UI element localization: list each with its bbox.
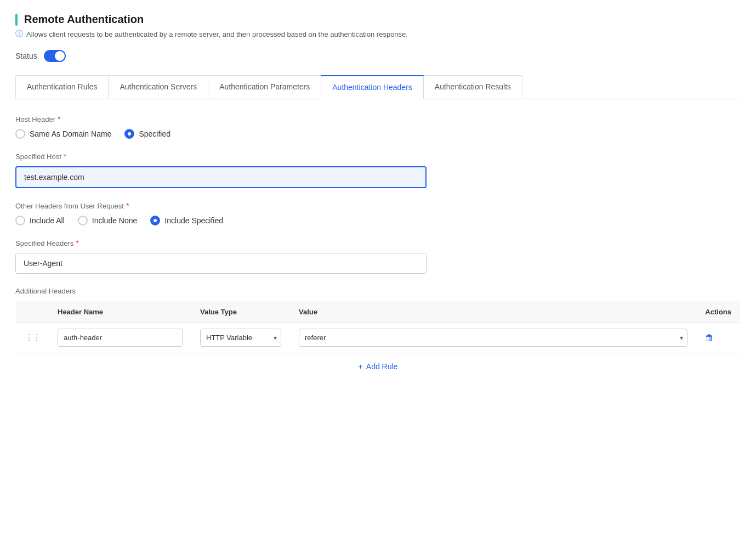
specified-host-label: Specified Host *: [15, 152, 741, 161]
actions-cell: 🗑: [696, 323, 740, 353]
drag-cell: ⋮⋮: [16, 323, 49, 353]
radio-label-include-none: Include None: [92, 216, 138, 225]
radio-circle-include-specified: [150, 216, 160, 225]
other-headers-required: *: [126, 201, 129, 210]
value-cell: referer user-agent host ▾: [290, 323, 696, 353]
specified-headers-required: *: [76, 239, 78, 247]
tab-auth-servers[interactable]: Authentication Servers: [108, 75, 208, 99]
radio-circle-include-none: [78, 216, 88, 225]
status-row: Status: [15, 50, 741, 62]
host-header-label: Host Header *: [15, 115, 741, 123]
status-label: Status: [15, 52, 37, 60]
value-select-wrapper: referer user-agent host ▾: [299, 329, 687, 347]
host-header-radio-group: Same As Domain Name Specified: [15, 129, 741, 139]
radio-label-include-specified: Include Specified: [164, 216, 223, 225]
host-header-required: *: [58, 115, 60, 123]
radio-specified[interactable]: Specified: [124, 129, 170, 139]
delete-row-button[interactable]: 🗑: [705, 333, 714, 343]
radio-label-same-as-domain: Same As Domain Name: [30, 129, 111, 138]
radio-include-all[interactable]: Include All: [15, 216, 65, 225]
radio-same-as-domain[interactable]: Same As Domain Name: [15, 129, 111, 139]
additional-headers-table: Header Name Value Type Value Actions ⋮⋮: [15, 301, 741, 353]
radio-include-specified[interactable]: Include Specified: [150, 216, 223, 225]
specified-headers-input[interactable]: [15, 253, 427, 274]
page-container: Remote Authentication ⓘ Allows client re…: [15, 13, 741, 380]
drag-handle-icon[interactable]: ⋮⋮: [25, 333, 40, 342]
col-header-name-header: Header Name: [49, 301, 191, 323]
radio-circle-same-as-domain: [15, 129, 25, 139]
tabs-container: Authentication Rules Authentication Serv…: [15, 75, 741, 99]
col-value-header: Value: [290, 301, 696, 323]
value-type-select[interactable]: HTTP Variable Static: [200, 329, 281, 347]
radio-circle-include-all: [15, 216, 25, 225]
col-value-type-header: Value Type: [191, 301, 290, 323]
tab-auth-headers[interactable]: Authentication Headers: [321, 75, 424, 99]
header-name-input[interactable]: [58, 329, 183, 347]
info-icon: ⓘ: [15, 29, 23, 39]
plus-icon: +: [359, 362, 363, 371]
title-accent-bar: [15, 14, 18, 26]
title-area: Remote Authentication ⓘ Allows client re…: [15, 13, 741, 39]
other-headers-label: Other Headers from User Request *: [15, 201, 741, 210]
other-headers-radio-group: Include All Include None Include Specifi…: [15, 216, 741, 225]
header-name-cell: [49, 323, 191, 353]
table-header-row: Header Name Value Type Value Actions: [16, 301, 741, 323]
add-rule-button[interactable]: + Add Rule: [354, 360, 402, 373]
radio-include-none[interactable]: Include None: [78, 216, 138, 225]
radio-label-specified: Specified: [139, 129, 170, 138]
tab-auth-results[interactable]: Authentication Results: [423, 75, 522, 99]
col-actions-header: Actions: [696, 301, 740, 323]
value-type-cell: HTTP Variable Static ▾: [191, 323, 290, 353]
radio-label-include-all: Include All: [30, 216, 65, 225]
tab-auth-parameters[interactable]: Authentication Parameters: [208, 75, 321, 99]
page-title: Remote Authentication: [15, 13, 741, 26]
table-row: ⋮⋮ HTTP Variable Static ▾: [16, 323, 741, 353]
additional-headers-section: Additional Headers Header Name Value Typ…: [15, 287, 741, 380]
value-type-select-wrapper: HTTP Variable Static ▾: [200, 329, 281, 347]
page-description: ⓘ Allows client requests to be authentic…: [15, 29, 741, 39]
host-header-section: Host Header * Same As Domain Name Specif…: [15, 115, 741, 139]
specified-host-section: Specified Host *: [15, 152, 741, 188]
tab-auth-rules[interactable]: Authentication Rules: [15, 75, 109, 99]
specified-headers-section: Specified Headers *: [15, 239, 741, 274]
other-headers-section: Other Headers from User Request * Includ…: [15, 201, 741, 225]
status-toggle[interactable]: [44, 50, 66, 62]
specified-host-input[interactable]: [15, 166, 427, 188]
value-select[interactable]: referer user-agent host: [299, 329, 687, 347]
specified-host-required: *: [64, 152, 66, 161]
col-drag-header: [16, 301, 49, 323]
add-rule-row: + Add Rule: [15, 353, 741, 380]
specified-headers-label: Specified Headers *: [15, 239, 741, 247]
radio-circle-specified: [124, 129, 134, 139]
additional-headers-title: Additional Headers: [15, 287, 741, 295]
